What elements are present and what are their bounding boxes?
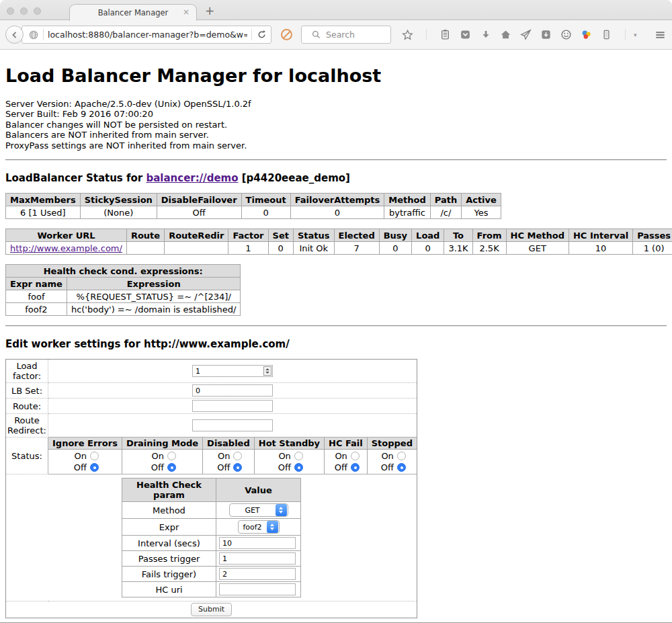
table-row: 6 [1 Used] (None) Off 0 0 bytraffic /c/ … [6, 206, 501, 219]
divider [5, 325, 667, 327]
hot-standby-off-radio[interactable] [294, 463, 303, 472]
fails-input[interactable]: 2 [219, 568, 296, 580]
smiley-icon[interactable] [560, 29, 572, 40]
server-info: Server Version: Apache/2.5.0-dev (Unix) … [5, 99, 667, 151]
tab-title: Balancer Manager [98, 8, 169, 17]
table-row: foof %{REQUEST_STATUS} =~ /^[234]/ [6, 290, 241, 303]
hot-standby-on-radio[interactable] [294, 452, 303, 460]
server-built-line: Server Built: Feb 9 2016 07:00:20 [5, 109, 667, 119]
status-table: Ignore Errors Draining Mode Disabled Hot… [48, 437, 417, 474]
route-redirect-input[interactable] [192, 419, 273, 431]
tab-close-icon[interactable]: × [183, 7, 190, 17]
interval-input[interactable]: 10 [219, 537, 296, 549]
search-bar[interactable]: Search [301, 26, 391, 44]
expr-row: Expr foof2 [122, 519, 301, 536]
divider [5, 159, 667, 161]
hc-fail-on-radio[interactable] [351, 452, 360, 460]
select-stepper-icon [267, 521, 278, 533]
inherit-note-line: Balancers are NOT inherited from main se… [5, 130, 667, 140]
urlbar-separator [251, 29, 252, 40]
passes-label: Passes trigger [122, 551, 216, 567]
hc-uri-input[interactable] [219, 583, 296, 595]
method-row: Method GET [122, 502, 301, 519]
table-row: foof2 hc('body') =~ /domain is establish… [6, 303, 241, 316]
passes-input[interactable]: 1 [219, 552, 296, 565]
balancer-demo-link[interactable]: balancer://demo [146, 172, 238, 184]
hc-fail-off-radio[interactable] [351, 463, 360, 472]
disabled-off-radio[interactable] [233, 463, 242, 472]
url-bar[interactable]: localhost:8880/balancer-manager?b=demo&w… [22, 26, 271, 44]
clipboard-icon[interactable] [439, 29, 451, 40]
color-dots-icon[interactable] [581, 29, 592, 40]
route-redirect-label: Route Redirect: [6, 414, 48, 438]
method-label: Method [122, 502, 216, 519]
back-icon [9, 29, 20, 40]
toolbar-separator [625, 29, 626, 40]
number-stepper-icon[interactable] [263, 366, 271, 376]
pocket-icon[interactable] [460, 29, 471, 40]
draining-mode-on-radio[interactable] [167, 452, 176, 460]
status-label: Status: [6, 438, 48, 474]
browser-window: Balancer Manager × + localhost:8880/bala… [0, 0, 672, 623]
minimize-window-button[interactable] [20, 7, 28, 15]
zoom-window-button[interactable] [34, 7, 41, 15]
lb-set-row: LB Set: 0 [6, 383, 417, 399]
expr-select[interactable]: foof2 [238, 520, 280, 534]
tab-bar: Balancer Manager × + [0, 0, 672, 20]
ignore-errors-off-radio[interactable] [90, 463, 99, 472]
interval-label: Interval (secs) [122, 536, 216, 551]
battery-icon[interactable] [601, 29, 612, 40]
disabled-on-radio[interactable] [233, 452, 242, 460]
tab-balancer-manager[interactable]: Balancer Manager × [69, 4, 197, 21]
navigation-toolbar: localhost:8880/balancer-manager?b=demo&w… [0, 20, 672, 50]
lb-set-label: LB Set: [6, 383, 48, 399]
table-title-row: Health check cond. expressions: [6, 265, 241, 278]
method-select[interactable]: GET [229, 503, 288, 517]
ignore-errors-on-radio[interactable] [90, 452, 99, 460]
table-header-row: Expr name Expression [6, 278, 241, 290]
submit-button[interactable]: Submit [191, 603, 232, 616]
status-radio-row: On Off On Off On Off [48, 450, 417, 474]
persist-note-line: Balancer changes will NOT be persisted o… [5, 120, 667, 130]
send-icon[interactable] [520, 29, 532, 40]
dropdown-caret[interactable]: ▾ [634, 32, 637, 38]
status-row: Status: Ignore Errors Draining Mode Disa… [6, 438, 417, 474]
menu-icon[interactable] [655, 29, 666, 40]
reload-icon[interactable] [256, 29, 267, 40]
hc-uri-label: HC uri [122, 582, 216, 597]
table-header-row: Ignore Errors Draining Mode Disabled Hot… [48, 438, 417, 450]
passes-row: Passes trigger 1 [122, 551, 301, 567]
close-window-button[interactable] [7, 7, 14, 15]
lb-set-input[interactable]: 0 [192, 384, 273, 397]
fails-row: Fails trigger) 2 [122, 567, 301, 582]
load-factor-input[interactable]: 1 [192, 365, 273, 377]
stopped-on-radio[interactable] [397, 452, 406, 460]
blocked-icon[interactable] [281, 29, 292, 40]
proxypass-note-line: ProxyPass settings are NOT inherited fro… [5, 140, 667, 151]
table-header-row: Health Check param Value [122, 479, 301, 502]
route-input[interactable] [192, 400, 273, 412]
home-icon[interactable] [500, 29, 511, 40]
fails-label: Fails trigger) [122, 567, 216, 582]
worker-table: Worker URL Route RouteRedir Factor Set S… [5, 229, 672, 255]
new-tab-button[interactable]: + [205, 5, 214, 17]
back-button[interactable] [5, 26, 24, 44]
toolbar-separator [426, 29, 427, 40]
urlbar-separator [43, 29, 44, 40]
submit-row: Submit [6, 601, 417, 618]
health-check-params-table: Health Check param Value Method GET [122, 478, 301, 597]
box-download-icon[interactable] [540, 29, 552, 40]
load-factor-label: Load factor: [6, 360, 48, 383]
draining-mode-off-radio[interactable] [167, 463, 176, 472]
toolbar-actions: ▾ [402, 29, 672, 40]
url-text[interactable]: localhost:8880/balancer-manager?b=demo&w… [48, 30, 247, 40]
page-content: Load Balancer Manager for localhost Serv… [0, 50, 672, 623]
download-icon[interactable] [480, 29, 491, 40]
search-icon [310, 29, 322, 40]
star-icon[interactable] [402, 29, 413, 40]
edit-worker-heading: Edit worker settings for http://www.exam… [5, 338, 667, 350]
worker-url-link[interactable]: http://www.example.com/ [10, 243, 122, 253]
health-params-row: Health Check param Value Method GET [6, 474, 417, 601]
table-header-row: Worker URL Route RouteRedir Factor Set S… [6, 229, 672, 242]
stopped-off-radio[interactable] [397, 463, 406, 472]
